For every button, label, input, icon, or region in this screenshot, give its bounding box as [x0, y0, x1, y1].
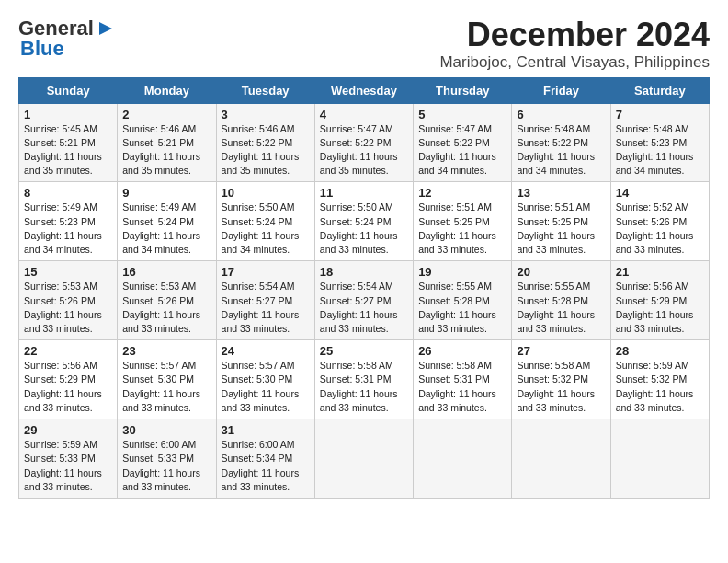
table-cell: 18Sunrise: 5:54 AMSunset: 5:27 PMDayligh…	[314, 261, 413, 340]
table-cell: 16Sunrise: 5:53 AMSunset: 5:26 PMDayligh…	[118, 261, 216, 340]
day-number: 7	[616, 108, 705, 121]
table-cell	[414, 419, 512, 499]
table-cell: 12Sunrise: 5:51 AMSunset: 5:25 PMDayligh…	[414, 182, 512, 261]
day-info: Sunrise: 5:50 AMSunset: 5:24 PMDaylight:…	[320, 201, 409, 257]
title-block: December 2024 Maribojoc, Central Visayas…	[439, 17, 710, 72]
day-info: Sunrise: 5:47 AMSunset: 5:22 PMDaylight:…	[320, 122, 409, 178]
table-cell: 25Sunrise: 5:58 AMSunset: 5:31 PMDayligh…	[314, 340, 413, 419]
day-number: 5	[418, 108, 507, 121]
table-cell: 23Sunrise: 5:57 AMSunset: 5:30 PMDayligh…	[118, 340, 216, 419]
day-info: Sunrise: 5:51 AMSunset: 5:25 PMDaylight:…	[418, 201, 507, 257]
table-cell: 17Sunrise: 5:54 AMSunset: 5:27 PMDayligh…	[216, 261, 314, 340]
logo-blue: Blue	[20, 37, 64, 61]
day-number: 28	[616, 344, 705, 358]
day-number: 17	[222, 265, 311, 279]
table-cell: 5Sunrise: 5:47 AMSunset: 5:22 PMDaylight…	[414, 103, 512, 182]
day-info: Sunrise: 5:49 AMSunset: 5:24 PMDaylight:…	[122, 201, 211, 257]
day-info: Sunrise: 5:46 AMSunset: 5:22 PMDaylight:…	[222, 122, 311, 178]
day-info: Sunrise: 5:52 AMSunset: 5:26 PMDaylight:…	[616, 201, 705, 257]
table-cell	[314, 419, 413, 499]
day-number: 31	[222, 423, 311, 437]
day-number: 6	[517, 108, 606, 121]
day-info: Sunrise: 6:00 AMSunset: 5:34 PMDaylight:…	[222, 438, 311, 494]
table-cell: 4Sunrise: 5:47 AMSunset: 5:22 PMDaylight…	[314, 103, 413, 182]
day-number: 21	[616, 265, 705, 279]
day-number: 1	[24, 108, 113, 121]
svg-marker-0	[99, 22, 112, 35]
col-friday: Friday	[512, 77, 610, 103]
day-info: Sunrise: 5:45 AMSunset: 5:21 PMDaylight:…	[24, 122, 113, 178]
day-info: Sunrise: 5:55 AMSunset: 5:28 PMDaylight:…	[517, 280, 606, 336]
day-info: Sunrise: 5:50 AMSunset: 5:24 PMDaylight:…	[222, 201, 311, 257]
day-number: 19	[418, 265, 507, 279]
col-saturday: Saturday	[610, 77, 709, 103]
day-number: 14	[616, 186, 705, 200]
table-cell: 19Sunrise: 5:55 AMSunset: 5:28 PMDayligh…	[414, 261, 512, 340]
page: General Blue December 2024 Maribojoc, Ce…	[0, 0, 728, 508]
table-cell: 21Sunrise: 5:56 AMSunset: 5:29 PMDayligh…	[610, 261, 709, 340]
table-cell: 30Sunrise: 6:00 AMSunset: 5:33 PMDayligh…	[118, 419, 216, 499]
day-number: 23	[122, 344, 211, 358]
table-cell: 28Sunrise: 5:59 AMSunset: 5:32 PMDayligh…	[610, 340, 709, 419]
day-number: 27	[517, 344, 606, 358]
table-cell: 24Sunrise: 5:57 AMSunset: 5:30 PMDayligh…	[216, 340, 314, 419]
table-cell: 31Sunrise: 6:00 AMSunset: 5:34 PMDayligh…	[216, 419, 314, 499]
table-cell: 8Sunrise: 5:49 AMSunset: 5:23 PMDaylight…	[19, 182, 118, 261]
day-info: Sunrise: 5:54 AMSunset: 5:27 PMDaylight:…	[222, 280, 311, 336]
table-cell: 2Sunrise: 5:46 AMSunset: 5:21 PMDaylight…	[118, 103, 216, 182]
col-tuesday: Tuesday	[216, 77, 314, 103]
col-thursday: Thursday	[414, 77, 512, 103]
table-cell: 9Sunrise: 5:49 AMSunset: 5:24 PMDaylight…	[118, 182, 216, 261]
day-info: Sunrise: 5:47 AMSunset: 5:22 PMDaylight:…	[418, 122, 507, 178]
day-number: 18	[320, 265, 409, 279]
day-number: 30	[122, 423, 211, 437]
header-row: Sunday Monday Tuesday Wednesday Thursday…	[19, 77, 710, 103]
day-info: Sunrise: 5:53 AMSunset: 5:26 PMDaylight:…	[122, 280, 211, 336]
day-number: 4	[320, 108, 409, 121]
header: General Blue December 2024 Maribojoc, Ce…	[18, 17, 710, 72]
day-info: Sunrise: 5:55 AMSunset: 5:28 PMDaylight:…	[418, 280, 507, 336]
table-cell: 22Sunrise: 5:56 AMSunset: 5:29 PMDayligh…	[19, 340, 118, 419]
day-number: 29	[24, 423, 113, 437]
calendar-title: December 2024	[439, 17, 710, 53]
table-cell: 27Sunrise: 5:58 AMSunset: 5:32 PMDayligh…	[512, 340, 610, 419]
table-cell: 26Sunrise: 5:58 AMSunset: 5:31 PMDayligh…	[414, 340, 512, 419]
col-sunday: Sunday	[19, 77, 118, 103]
table-cell: 3Sunrise: 5:46 AMSunset: 5:22 PMDaylight…	[216, 103, 314, 182]
table-cell: 20Sunrise: 5:55 AMSunset: 5:28 PMDayligh…	[512, 261, 610, 340]
table-cell: 14Sunrise: 5:52 AMSunset: 5:26 PMDayligh…	[610, 182, 709, 261]
day-info: Sunrise: 5:51 AMSunset: 5:25 PMDaylight:…	[517, 201, 606, 257]
table-cell: 29Sunrise: 5:59 AMSunset: 5:33 PMDayligh…	[19, 419, 118, 499]
logo: General Blue	[18, 17, 116, 61]
day-number: 24	[222, 344, 311, 358]
table-cell: 10Sunrise: 5:50 AMSunset: 5:24 PMDayligh…	[216, 182, 314, 261]
day-number: 3	[222, 108, 311, 121]
day-info: Sunrise: 5:46 AMSunset: 5:21 PMDaylight:…	[122, 122, 211, 178]
day-info: Sunrise: 5:48 AMSunset: 5:22 PMDaylight:…	[517, 122, 606, 178]
day-info: Sunrise: 5:53 AMSunset: 5:26 PMDaylight:…	[24, 280, 113, 336]
day-info: Sunrise: 5:59 AMSunset: 5:32 PMDaylight:…	[616, 359, 705, 415]
table-cell: 15Sunrise: 5:53 AMSunset: 5:26 PMDayligh…	[19, 261, 118, 340]
calendar-table: Sunday Monday Tuesday Wednesday Thursday…	[18, 77, 710, 499]
col-monday: Monday	[118, 77, 216, 103]
day-number: 10	[222, 186, 311, 200]
day-info: Sunrise: 5:58 AMSunset: 5:32 PMDaylight:…	[517, 359, 606, 415]
day-number: 15	[24, 265, 113, 279]
day-info: Sunrise: 5:57 AMSunset: 5:30 PMDaylight:…	[222, 359, 311, 415]
day-info: Sunrise: 6:00 AMSunset: 5:33 PMDaylight:…	[122, 438, 211, 494]
day-info: Sunrise: 5:57 AMSunset: 5:30 PMDaylight:…	[122, 359, 211, 415]
table-cell: 6Sunrise: 5:48 AMSunset: 5:22 PMDaylight…	[512, 103, 610, 182]
table-cell: 1Sunrise: 5:45 AMSunset: 5:21 PMDaylight…	[19, 103, 118, 182]
table-cell: 11Sunrise: 5:50 AMSunset: 5:24 PMDayligh…	[314, 182, 413, 261]
day-number: 2	[122, 108, 211, 121]
table-cell: 13Sunrise: 5:51 AMSunset: 5:25 PMDayligh…	[512, 182, 610, 261]
day-number: 26	[418, 344, 507, 358]
day-number: 12	[418, 186, 507, 200]
calendar-subtitle: Maribojoc, Central Visayas, Philippines	[439, 53, 710, 72]
day-number: 13	[517, 186, 606, 200]
table-cell	[610, 419, 709, 499]
day-info: Sunrise: 5:49 AMSunset: 5:23 PMDaylight:…	[24, 201, 113, 257]
day-info: Sunrise: 5:56 AMSunset: 5:29 PMDaylight:…	[616, 280, 705, 336]
day-number: 20	[517, 265, 606, 279]
day-info: Sunrise: 5:58 AMSunset: 5:31 PMDaylight:…	[320, 359, 409, 415]
